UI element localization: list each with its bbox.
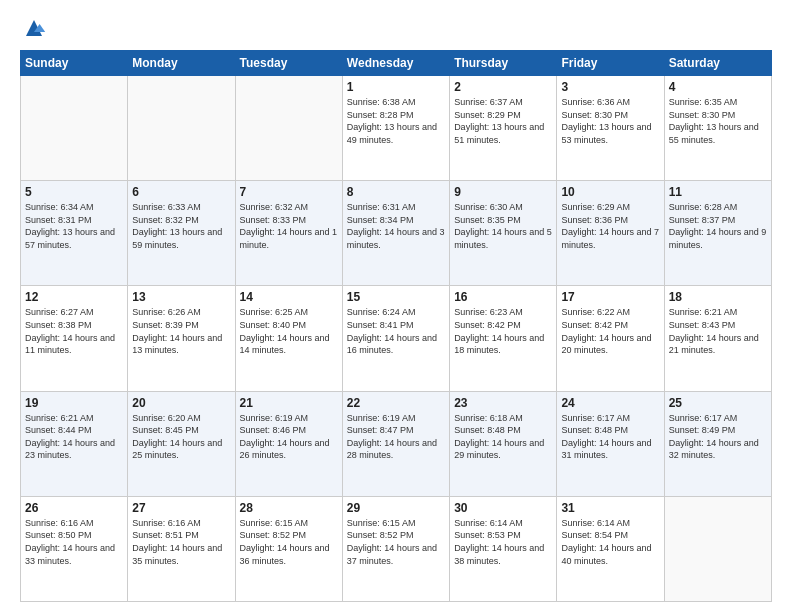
day-info: Sunrise: 6:21 AM Sunset: 8:44 PM Dayligh… — [25, 412, 123, 462]
cal-cell: 23Sunrise: 6:18 AM Sunset: 8:48 PM Dayli… — [450, 391, 557, 496]
day-info: Sunrise: 6:28 AM Sunset: 8:37 PM Dayligh… — [669, 201, 767, 251]
day-header-tuesday: Tuesday — [235, 51, 342, 76]
cal-cell: 22Sunrise: 6:19 AM Sunset: 8:47 PM Dayli… — [342, 391, 449, 496]
cal-cell: 21Sunrise: 6:19 AM Sunset: 8:46 PM Dayli… — [235, 391, 342, 496]
day-info: Sunrise: 6:35 AM Sunset: 8:30 PM Dayligh… — [669, 96, 767, 146]
day-number: 21 — [240, 396, 338, 410]
day-info: Sunrise: 6:19 AM Sunset: 8:47 PM Dayligh… — [347, 412, 445, 462]
day-number: 25 — [669, 396, 767, 410]
day-number: 2 — [454, 80, 552, 94]
day-info: Sunrise: 6:14 AM Sunset: 8:54 PM Dayligh… — [561, 517, 659, 567]
day-number: 11 — [669, 185, 767, 199]
day-number: 9 — [454, 185, 552, 199]
day-info: Sunrise: 6:26 AM Sunset: 8:39 PM Dayligh… — [132, 306, 230, 356]
day-number: 20 — [132, 396, 230, 410]
calendar-table: SundayMondayTuesdayWednesdayThursdayFrid… — [20, 50, 772, 602]
day-number: 26 — [25, 501, 123, 515]
day-number: 17 — [561, 290, 659, 304]
day-number: 30 — [454, 501, 552, 515]
cal-cell: 20Sunrise: 6:20 AM Sunset: 8:45 PM Dayli… — [128, 391, 235, 496]
cal-cell: 4Sunrise: 6:35 AM Sunset: 8:30 PM Daylig… — [664, 76, 771, 181]
day-info: Sunrise: 6:19 AM Sunset: 8:46 PM Dayligh… — [240, 412, 338, 462]
day-info: Sunrise: 6:17 AM Sunset: 8:48 PM Dayligh… — [561, 412, 659, 462]
cal-cell: 28Sunrise: 6:15 AM Sunset: 8:52 PM Dayli… — [235, 496, 342, 601]
cal-cell: 17Sunrise: 6:22 AM Sunset: 8:42 PM Dayli… — [557, 286, 664, 391]
cal-cell: 31Sunrise: 6:14 AM Sunset: 8:54 PM Dayli… — [557, 496, 664, 601]
day-number: 12 — [25, 290, 123, 304]
cal-cell — [128, 76, 235, 181]
week-row-1: 1Sunrise: 6:38 AM Sunset: 8:28 PM Daylig… — [21, 76, 772, 181]
cal-cell: 3Sunrise: 6:36 AM Sunset: 8:30 PM Daylig… — [557, 76, 664, 181]
cal-cell: 29Sunrise: 6:15 AM Sunset: 8:52 PM Dayli… — [342, 496, 449, 601]
day-info: Sunrise: 6:31 AM Sunset: 8:34 PM Dayligh… — [347, 201, 445, 251]
day-info: Sunrise: 6:23 AM Sunset: 8:42 PM Dayligh… — [454, 306, 552, 356]
day-header-sunday: Sunday — [21, 51, 128, 76]
logo-icon — [22, 16, 46, 40]
day-info: Sunrise: 6:33 AM Sunset: 8:32 PM Dayligh… — [132, 201, 230, 251]
cal-cell — [21, 76, 128, 181]
day-info: Sunrise: 6:36 AM Sunset: 8:30 PM Dayligh… — [561, 96, 659, 146]
day-header-thursday: Thursday — [450, 51, 557, 76]
cal-cell — [664, 496, 771, 601]
cal-cell: 30Sunrise: 6:14 AM Sunset: 8:53 PM Dayli… — [450, 496, 557, 601]
cal-cell: 26Sunrise: 6:16 AM Sunset: 8:50 PM Dayli… — [21, 496, 128, 601]
day-info: Sunrise: 6:16 AM Sunset: 8:51 PM Dayligh… — [132, 517, 230, 567]
day-number: 29 — [347, 501, 445, 515]
day-info: Sunrise: 6:16 AM Sunset: 8:50 PM Dayligh… — [25, 517, 123, 567]
cal-cell: 5Sunrise: 6:34 AM Sunset: 8:31 PM Daylig… — [21, 181, 128, 286]
day-info: Sunrise: 6:25 AM Sunset: 8:40 PM Dayligh… — [240, 306, 338, 356]
cal-cell: 9Sunrise: 6:30 AM Sunset: 8:35 PM Daylig… — [450, 181, 557, 286]
header — [20, 16, 772, 40]
day-number: 6 — [132, 185, 230, 199]
cal-cell: 16Sunrise: 6:23 AM Sunset: 8:42 PM Dayli… — [450, 286, 557, 391]
day-number: 27 — [132, 501, 230, 515]
logo — [20, 16, 46, 40]
week-row-4: 19Sunrise: 6:21 AM Sunset: 8:44 PM Dayli… — [21, 391, 772, 496]
day-number: 24 — [561, 396, 659, 410]
day-number: 10 — [561, 185, 659, 199]
day-number: 15 — [347, 290, 445, 304]
day-info: Sunrise: 6:21 AM Sunset: 8:43 PM Dayligh… — [669, 306, 767, 356]
cal-cell: 8Sunrise: 6:31 AM Sunset: 8:34 PM Daylig… — [342, 181, 449, 286]
cal-cell: 25Sunrise: 6:17 AM Sunset: 8:49 PM Dayli… — [664, 391, 771, 496]
day-info: Sunrise: 6:18 AM Sunset: 8:48 PM Dayligh… — [454, 412, 552, 462]
day-info: Sunrise: 6:20 AM Sunset: 8:45 PM Dayligh… — [132, 412, 230, 462]
day-info: Sunrise: 6:38 AM Sunset: 8:28 PM Dayligh… — [347, 96, 445, 146]
cal-cell: 24Sunrise: 6:17 AM Sunset: 8:48 PM Dayli… — [557, 391, 664, 496]
day-info: Sunrise: 6:22 AM Sunset: 8:42 PM Dayligh… — [561, 306, 659, 356]
day-number: 4 — [669, 80, 767, 94]
cal-cell: 15Sunrise: 6:24 AM Sunset: 8:41 PM Dayli… — [342, 286, 449, 391]
day-info: Sunrise: 6:14 AM Sunset: 8:53 PM Dayligh… — [454, 517, 552, 567]
cal-cell: 27Sunrise: 6:16 AM Sunset: 8:51 PM Dayli… — [128, 496, 235, 601]
day-number: 22 — [347, 396, 445, 410]
day-info: Sunrise: 6:37 AM Sunset: 8:29 PM Dayligh… — [454, 96, 552, 146]
cal-cell: 13Sunrise: 6:26 AM Sunset: 8:39 PM Dayli… — [128, 286, 235, 391]
day-number: 19 — [25, 396, 123, 410]
day-number: 7 — [240, 185, 338, 199]
day-header-wednesday: Wednesday — [342, 51, 449, 76]
week-row-5: 26Sunrise: 6:16 AM Sunset: 8:50 PM Dayli… — [21, 496, 772, 601]
cal-cell: 14Sunrise: 6:25 AM Sunset: 8:40 PM Dayli… — [235, 286, 342, 391]
cal-cell: 11Sunrise: 6:28 AM Sunset: 8:37 PM Dayli… — [664, 181, 771, 286]
day-number: 18 — [669, 290, 767, 304]
day-header-friday: Friday — [557, 51, 664, 76]
cal-cell: 1Sunrise: 6:38 AM Sunset: 8:28 PM Daylig… — [342, 76, 449, 181]
day-info: Sunrise: 6:30 AM Sunset: 8:35 PM Dayligh… — [454, 201, 552, 251]
page: SundayMondayTuesdayWednesdayThursdayFrid… — [0, 0, 792, 612]
day-header-saturday: Saturday — [664, 51, 771, 76]
day-number: 28 — [240, 501, 338, 515]
day-number: 31 — [561, 501, 659, 515]
day-info: Sunrise: 6:24 AM Sunset: 8:41 PM Dayligh… — [347, 306, 445, 356]
day-info: Sunrise: 6:15 AM Sunset: 8:52 PM Dayligh… — [240, 517, 338, 567]
day-number: 16 — [454, 290, 552, 304]
cal-cell: 19Sunrise: 6:21 AM Sunset: 8:44 PM Dayli… — [21, 391, 128, 496]
cal-cell: 6Sunrise: 6:33 AM Sunset: 8:32 PM Daylig… — [128, 181, 235, 286]
cal-cell: 18Sunrise: 6:21 AM Sunset: 8:43 PM Dayli… — [664, 286, 771, 391]
cal-cell: 12Sunrise: 6:27 AM Sunset: 8:38 PM Dayli… — [21, 286, 128, 391]
day-number: 8 — [347, 185, 445, 199]
calendar: SundayMondayTuesdayWednesdayThursdayFrid… — [20, 50, 772, 602]
cal-cell: 10Sunrise: 6:29 AM Sunset: 8:36 PM Dayli… — [557, 181, 664, 286]
week-row-3: 12Sunrise: 6:27 AM Sunset: 8:38 PM Dayli… — [21, 286, 772, 391]
day-info: Sunrise: 6:32 AM Sunset: 8:33 PM Dayligh… — [240, 201, 338, 251]
day-info: Sunrise: 6:15 AM Sunset: 8:52 PM Dayligh… — [347, 517, 445, 567]
